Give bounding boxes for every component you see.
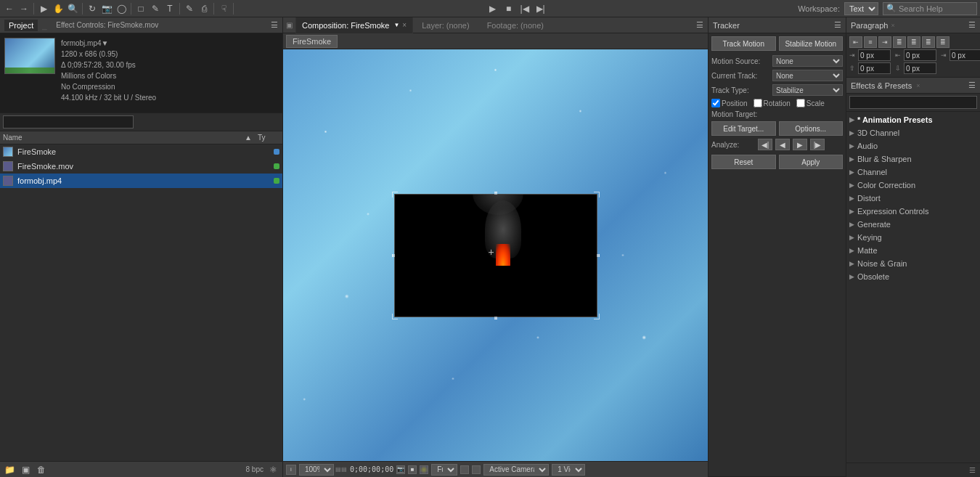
tracker-menu-btn[interactable]: ☰ xyxy=(834,20,841,30)
track-type-select[interactable]: Stabilize xyxy=(772,84,843,96)
camera-tool[interactable]: 📷 xyxy=(100,2,113,15)
snapshot-btn[interactable]: 📷 xyxy=(396,465,405,474)
justify-all-btn[interactable]: ≣ xyxy=(936,36,950,48)
position-checkbox[interactable] xyxy=(711,99,720,107)
effect-category-channel[interactable]: ▶ Channel xyxy=(846,166,980,179)
next-frame-btn[interactable]: ▶| xyxy=(534,2,547,15)
search-help-box[interactable]: 🔍 Search Help xyxy=(883,2,977,15)
justify-last-left-btn[interactable]: ≣ xyxy=(907,36,920,48)
effect-category-color[interactable]: ▶ Color Correction xyxy=(846,179,980,192)
resolution-select[interactable]: Full xyxy=(431,464,457,476)
stop-btn[interactable]: ■ xyxy=(502,2,515,15)
reset-btn[interactable]: Reset xyxy=(711,155,776,169)
delete-btn[interactable]: 🗑 xyxy=(35,463,48,476)
brush-tool[interactable]: ✎ xyxy=(183,2,196,15)
analyze-prev-btn[interactable]: ◀| xyxy=(758,139,772,150)
effect-category-blur[interactable]: ▶ Blur & Sharpen xyxy=(846,152,980,166)
align-left-btn[interactable]: ⇤ xyxy=(849,36,862,48)
layer-tab[interactable]: Layer: (none) xyxy=(413,17,478,33)
orbit-tool[interactable]: ◯ xyxy=(115,2,128,15)
effect-category-distort[interactable]: ▶ Distort xyxy=(846,192,980,205)
align-right-btn[interactable]: ⇥ xyxy=(878,36,891,48)
sort-icons[interactable]: ▲ xyxy=(245,134,252,142)
panel-menu-btn[interactable]: ☰ xyxy=(271,20,278,30)
effect-category-keying[interactable]: ▶ Keying xyxy=(846,231,980,244)
comp-tab-close[interactable]: × xyxy=(402,21,407,29)
analyze-end-btn[interactable]: |▶ xyxy=(810,139,825,150)
viewer-info-btn[interactable]: i xyxy=(286,465,296,475)
effect-category-audio[interactable]: ▶ Audio xyxy=(846,139,980,152)
firesmoke-subtab[interactable]: FireSmoke xyxy=(286,35,338,48)
indent-right-field[interactable] xyxy=(904,49,936,61)
project-search-input[interactable] xyxy=(3,115,134,129)
rotate-tool[interactable]: ↻ xyxy=(86,2,99,15)
effect-category-matte[interactable]: ▶ Matte xyxy=(846,244,980,257)
analyze-back-btn[interactable]: ◀ xyxy=(775,139,790,150)
position-checkbox-label[interactable]: Position xyxy=(711,99,748,107)
list-item[interactable]: FireSmoke.mov xyxy=(0,159,282,174)
effect-category-obsolete[interactable]: ▶ Obsolete xyxy=(846,270,980,283)
effect-controls-tab[interactable]: Effect Controls: FireSmoke.mov xyxy=(52,20,163,30)
region-btn[interactable] xyxy=(460,465,469,474)
rect-tool[interactable]: □ xyxy=(134,2,147,15)
grid-btn[interactable] xyxy=(472,465,481,474)
camera-select[interactable]: Active Camera xyxy=(483,464,549,476)
paragraph-close-btn[interactable]: × xyxy=(891,22,894,29)
stabilize-motion-btn[interactable]: Stabilize Motion xyxy=(779,36,844,51)
list-item[interactable]: FireSmoke xyxy=(0,144,282,159)
space-before-field[interactable] xyxy=(858,62,891,74)
forward-btn[interactable]: → xyxy=(17,2,30,15)
indent-left-field[interactable] xyxy=(858,49,891,61)
indent-first-field[interactable] xyxy=(950,49,980,61)
space-after-field[interactable] xyxy=(904,62,936,74)
effect-category-generate[interactable]: ▶ Generate xyxy=(846,218,980,231)
new-folder-btn[interactable]: 📁 xyxy=(3,463,16,476)
pen-tool[interactable]: ✎ xyxy=(149,2,162,15)
zoom-tool[interactable]: 🔍 xyxy=(66,2,79,15)
puppet-tool[interactable]: ☟ xyxy=(217,2,230,15)
show-channel-btn[interactable]: ■ xyxy=(408,465,417,474)
motion-source-select[interactable]: None xyxy=(772,55,843,67)
footage-tab[interactable]: Footage: (none) xyxy=(478,17,552,33)
align-center-btn[interactable]: ≡ xyxy=(864,36,877,48)
analyze-fwd-btn[interactable]: ▶ xyxy=(793,139,807,150)
edit-target-btn[interactable]: Edit Target... xyxy=(711,121,776,136)
effect-category-noise[interactable]: ▶ Noise & Grain xyxy=(846,257,980,270)
prev-frame-btn[interactable]: |◀ xyxy=(518,2,531,15)
effect-category-expression[interactable]: ▶ Expression Controls xyxy=(846,205,980,218)
comp-tab-firesmoke[interactable]: Composition: FireSmoke ▼ × xyxy=(296,17,413,33)
comp-tab-menu[interactable]: ☰ xyxy=(696,20,708,30)
effects-list-icon[interactable]: ☰ xyxy=(967,465,977,476)
project-tab[interactable]: Project xyxy=(4,20,38,31)
effect-category-3d[interactable]: ▶ 3D Channel xyxy=(846,126,980,139)
new-comp-btn[interactable]: ▣ xyxy=(19,463,32,476)
options-btn[interactable]: Options... xyxy=(779,121,844,136)
track-type-label: Track Type: xyxy=(711,86,769,94)
paragraph-menu-btn[interactable]: ☰ xyxy=(968,20,976,30)
effects-search-input[interactable] xyxy=(849,96,977,109)
text-tool[interactable]: T xyxy=(163,2,176,15)
back-btn[interactable]: ← xyxy=(3,2,16,15)
clone-tool[interactable]: ⎙ xyxy=(197,2,211,15)
view-select[interactable]: 1 View xyxy=(552,464,585,476)
effects-menu-btn[interactable]: ☰ xyxy=(968,81,976,90)
justify-btn[interactable]: ≣ xyxy=(893,36,906,48)
apply-btn[interactable]: Apply xyxy=(779,155,844,169)
scale-checkbox[interactable] xyxy=(796,99,805,107)
selection-tool[interactable]: ▶ xyxy=(37,2,50,15)
current-track-select[interactable]: None xyxy=(772,70,843,81)
viewer-area[interactable] xyxy=(283,49,708,461)
scale-checkbox-label[interactable]: Scale xyxy=(796,99,825,107)
project-settings-btn[interactable]: ⚛ xyxy=(266,463,279,476)
effects-close-btn[interactable]: × xyxy=(916,82,920,89)
effect-category-animation[interactable]: ▶ * Animation Presets xyxy=(846,113,980,126)
zoom-select[interactable]: 100% xyxy=(299,464,334,476)
track-motion-btn[interactable]: Track Motion xyxy=(711,36,776,51)
justify-last-center-btn[interactable]: ≣ xyxy=(922,36,935,48)
hand-tool[interactable]: ✋ xyxy=(52,2,65,15)
workspace-select[interactable]: Text xyxy=(844,2,878,15)
play-btn[interactable]: ▶ xyxy=(486,2,499,15)
rotation-checkbox[interactable] xyxy=(754,99,762,107)
rotation-checkbox-label[interactable]: Rotation xyxy=(754,99,791,107)
list-item[interactable]: formobj.mp4 xyxy=(0,174,282,188)
